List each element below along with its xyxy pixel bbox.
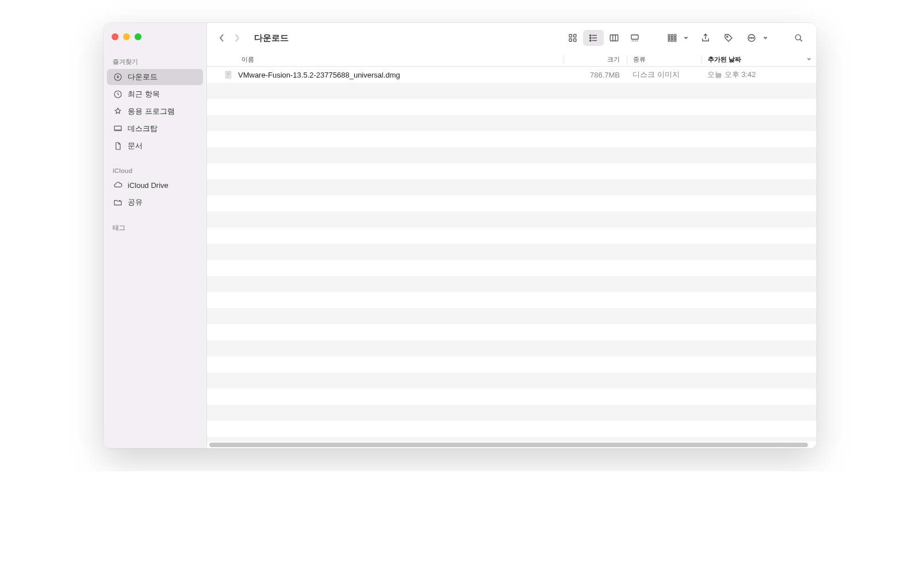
nav-buttons [215,31,244,45]
sidebar-section-tags: 태그 [103,220,206,235]
chevron-down-icon [683,33,689,43]
scrollbar-thumb[interactable] [209,443,808,447]
svg-rect-4 [569,34,572,37]
clock-icon [113,89,123,99]
file-list[interactable]: VMware-Fusion-13.5.2-23775688_universal.… [207,67,816,441]
svg-point-27 [795,34,800,40]
svg-rect-21 [674,40,676,41]
list-view-button[interactable] [583,30,604,46]
share-button[interactable] [696,30,715,46]
group-by-button[interactable] [662,30,682,46]
column-header-date[interactable]: 추가된 날짜 [702,55,816,64]
download-icon [113,72,123,82]
svg-rect-5 [574,34,577,37]
svg-rect-15 [668,40,670,41]
svg-rect-12 [631,35,638,40]
sidebar-item-applications[interactable]: 응용 프로그램 [107,103,203,120]
svg-rect-18 [672,40,673,41]
sidebar-item-documents[interactable]: 문서 [107,138,203,154]
apps-icon [113,106,123,117]
action-menu-button[interactable] [742,30,761,46]
column-header-kind[interactable]: 종류 [627,55,702,64]
svg-rect-29 [227,72,229,75]
svg-point-10 [590,40,591,41]
svg-point-8 [590,34,591,36]
sidebar-item-desktop[interactable]: 데스크탑 [107,121,203,137]
main-content: 다운로드 [207,23,816,448]
svg-rect-11 [610,35,618,41]
svg-rect-31 [227,76,228,77]
sidebar-item-label: iCloud Drive [128,181,168,190]
svg-rect-7 [574,39,577,42]
document-icon [113,141,123,151]
sidebar-item-downloads[interactable]: 다운로드 [107,69,203,85]
shared-folder-icon [113,197,123,207]
column-view-button[interactable] [604,30,624,46]
svg-rect-19 [674,34,676,36]
svg-rect-14 [668,37,670,39]
toolbar: 다운로드 [207,23,816,53]
sidebar-item-label: 다운로드 [128,72,158,82]
sidebar-item-label: 공유 [128,197,143,207]
sidebar-item-label: 최근 항목 [128,89,160,99]
svg-rect-30 [227,75,229,76]
finder-window: 즐겨찾기 다운로드 최근 항목 응용 프로그램 데스크탑 [103,23,816,448]
view-switcher [562,30,645,46]
svg-rect-6 [569,39,572,42]
file-size: 786.7MB [564,71,627,79]
svg-rect-16 [672,34,673,36]
svg-rect-17 [672,37,673,39]
svg-point-25 [751,37,752,39]
file-name: VMware-Fusion-13.5.2-23775688_universal.… [238,71,400,79]
file-kind: 디스크 이미지 [627,70,702,80]
sidebar-section-favorites: 즐겨찾기 [103,54,206,68]
svg-point-9 [590,37,591,39]
back-button[interactable] [215,31,229,45]
column-header-size[interactable]: 크기 [564,55,627,64]
svg-point-22 [727,36,728,37]
sidebar-item-recents[interactable]: 최근 항목 [107,86,203,102]
svg-point-26 [753,37,754,39]
horizontal-scrollbar[interactable] [207,441,816,448]
icon-view-button[interactable] [562,30,583,46]
desktop-icon [113,124,123,134]
sidebar-item-label: 데스크탑 [128,124,158,134]
close-window-button[interactable] [112,33,118,40]
window-title: 다운로드 [254,33,289,44]
sidebar-section-icloud: iCloud [103,164,206,176]
sidebar: 즐겨찾기 다운로드 최근 항목 응용 프로그램 데스크탑 [103,23,207,448]
forward-button[interactable] [230,31,244,45]
file-row[interactable]: VMware-Fusion-13.5.2-23775688_universal.… [207,67,816,83]
svg-point-24 [749,37,750,39]
file-date: 오늘 오후 3:42 [702,70,816,80]
chevron-down-icon [806,56,812,63]
column-header-name[interactable]: 이름 [223,55,564,64]
sidebar-item-label: 응용 프로그램 [128,106,175,117]
maximize-window-button[interactable] [135,33,141,40]
svg-rect-20 [674,37,676,39]
file-name-cell: VMware-Fusion-13.5.2-23775688_universal.… [223,70,564,80]
cloud-icon [113,180,123,190]
column-headers: 이름 크기 종류 추가된 날짜 [207,53,816,67]
sidebar-item-label: 문서 [128,141,143,151]
gallery-view-button[interactable] [624,30,645,46]
window-controls [103,33,206,54]
sidebar-item-icloud-drive[interactable]: iCloud Drive [107,177,203,193]
dmg-file-icon [223,70,233,80]
tags-button[interactable] [719,30,738,46]
chevron-down-icon [762,33,768,43]
sidebar-item-shared[interactable]: 공유 [107,194,203,210]
svg-rect-13 [668,34,670,36]
svg-point-3 [119,200,121,202]
minimize-window-button[interactable] [123,33,130,40]
search-button[interactable] [789,30,808,46]
